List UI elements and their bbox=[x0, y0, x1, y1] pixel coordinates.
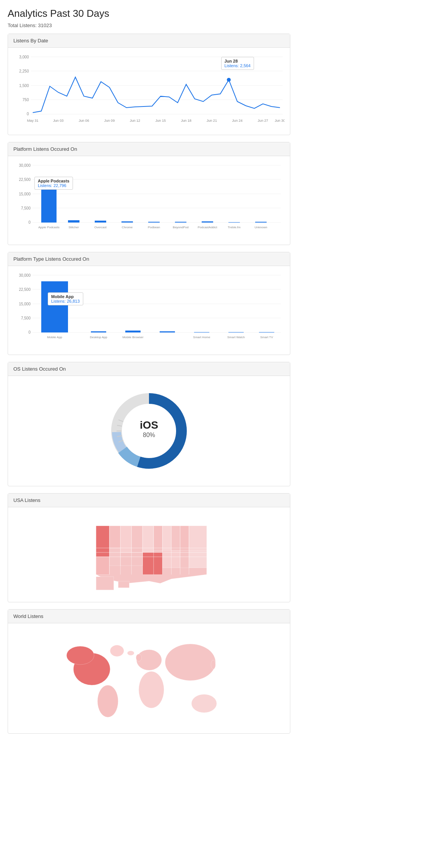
svg-point-98 bbox=[66, 646, 94, 665]
world-map bbox=[13, 629, 285, 728]
bar-smart-home bbox=[194, 332, 209, 332]
platform-listens-card: Platform Listens Occured On 30,000 22,50… bbox=[8, 142, 290, 245]
bar-desktop-app bbox=[91, 331, 106, 332]
svg-rect-70 bbox=[120, 526, 131, 552]
svg-point-104 bbox=[191, 694, 217, 713]
line-chart-container: 3,000 2,250 1,500 750 0 May 31 Jun 03 Ju… bbox=[13, 53, 285, 129]
bar-mobile-browser bbox=[125, 331, 141, 332]
svg-text:BeyondPod: BeyondPod bbox=[173, 226, 188, 229]
donut-center-label: iOS bbox=[140, 419, 158, 431]
world-listens-body bbox=[8, 623, 290, 733]
svg-rect-82 bbox=[189, 550, 206, 568]
svg-text:Mobile Browser: Mobile Browser bbox=[122, 336, 143, 339]
listens-by-date-body: 3,000 2,250 1,500 750 0 May 31 Jun 03 Ju… bbox=[8, 48, 290, 135]
bar-mobile-app bbox=[41, 281, 68, 332]
platform-type-card: Platform Type Listens Occured On 30,000 … bbox=[8, 252, 290, 355]
svg-text:Stitcher: Stitcher bbox=[68, 226, 79, 229]
svg-text:Desktop App: Desktop App bbox=[90, 336, 107, 339]
donut-chart-wrap: iOS 80% bbox=[13, 381, 285, 481]
bar-podbean bbox=[148, 222, 160, 223]
svg-text:Smart Home: Smart Home bbox=[193, 336, 210, 339]
svg-text:Jun 03: Jun 03 bbox=[53, 119, 63, 123]
os-listens-card: OS Listens Occured On iOS 80% bbox=[8, 362, 290, 486]
line-chart-svg: 3,000 2,250 1,500 750 0 May 31 Jun 03 Ju… bbox=[13, 53, 285, 129]
usa-listens-body bbox=[8, 507, 290, 602]
bar-unknown bbox=[255, 222, 267, 223]
svg-text:750: 750 bbox=[23, 98, 29, 102]
listens-by-date-card: Listens By Date 3,000 2,250 1,500 750 0 bbox=[8, 34, 290, 135]
platform-type-body: 30,000 22,500 15,000 7,500 0 Mobile App … bbox=[8, 266, 290, 355]
svg-text:1,500: 1,500 bbox=[19, 84, 29, 88]
svg-rect-95 bbox=[96, 577, 113, 590]
svg-text:Overcast: Overcast bbox=[94, 226, 107, 229]
bar-stitcher bbox=[68, 220, 79, 223]
usa-map-svg bbox=[27, 513, 271, 597]
svg-text:7,500: 7,500 bbox=[21, 316, 31, 320]
svg-text:Jun 30: Jun 30 bbox=[275, 119, 285, 123]
svg-rect-77 bbox=[180, 526, 189, 550]
os-listens-body: iOS 80% bbox=[8, 376, 290, 486]
bar-apple-podcasts bbox=[41, 179, 57, 223]
svg-text:22,500: 22,500 bbox=[19, 287, 31, 292]
svg-text:Smart Watch: Smart Watch bbox=[227, 336, 245, 339]
os-listens-header: OS Listens Occured On bbox=[8, 362, 290, 376]
svg-text:30,000: 30,000 bbox=[19, 163, 31, 168]
svg-rect-71 bbox=[131, 526, 142, 552]
svg-text:Chrome: Chrome bbox=[122, 226, 133, 229]
svg-rect-72 bbox=[142, 526, 154, 552]
svg-text:Jun 18: Jun 18 bbox=[181, 119, 191, 123]
svg-rect-78 bbox=[189, 526, 206, 550]
svg-point-106 bbox=[136, 654, 141, 661]
svg-rect-73 bbox=[154, 526, 162, 550]
svg-text:Unknown: Unknown bbox=[254, 226, 267, 229]
bar-overcast bbox=[95, 221, 106, 223]
svg-text:Mobile App: Mobile App bbox=[47, 336, 62, 339]
bar-smart-tv bbox=[259, 332, 274, 332]
svg-text:0: 0 bbox=[28, 220, 31, 224]
bar-treblefm bbox=[228, 222, 240, 223]
bar-blank bbox=[160, 331, 175, 332]
svg-rect-66 bbox=[96, 526, 109, 557]
svg-point-103 bbox=[165, 644, 215, 681]
svg-rect-68 bbox=[109, 526, 120, 548]
svg-text:Jun 06: Jun 06 bbox=[79, 119, 89, 123]
svg-rect-74 bbox=[162, 526, 171, 550]
usa-listens-card: USA Listens bbox=[8, 493, 290, 602]
bar-beyondpod bbox=[175, 222, 186, 223]
platform-listens-body: 30,000 22,500 15,000 7,500 0 Apple Podca… bbox=[8, 156, 290, 245]
bar-podcastaddict bbox=[202, 221, 213, 223]
svg-rect-75 bbox=[171, 526, 180, 550]
usa-map bbox=[13, 513, 285, 597]
platform-listens-header: Platform Listens Occured On bbox=[8, 142, 290, 156]
platform-type-header: Platform Type Listens Occured On bbox=[8, 252, 290, 266]
bar-chrome bbox=[121, 221, 133, 223]
svg-point-60 bbox=[122, 404, 176, 458]
donut-chart: iOS 80% bbox=[107, 389, 191, 473]
donut-center-pct: 80% bbox=[143, 432, 155, 438]
svg-text:Podbean: Podbean bbox=[148, 226, 160, 229]
total-listens: Total Listens: 31023 bbox=[8, 23, 290, 28]
svg-rect-96 bbox=[118, 581, 129, 587]
page-title: Analytics Past 30 Days bbox=[8, 8, 290, 19]
usa-listens-header: USA Listens bbox=[8, 494, 290, 507]
svg-text:0: 0 bbox=[28, 330, 31, 334]
svg-text:3,000: 3,000 bbox=[19, 55, 29, 59]
svg-text:Apple Podcasts: Apple Podcasts bbox=[38, 226, 60, 229]
svg-text:15,000: 15,000 bbox=[19, 302, 31, 306]
svg-text:Smart TV: Smart TV bbox=[260, 336, 273, 339]
listens-by-date-header: Listens By Date bbox=[8, 34, 290, 48]
svg-text:May 31: May 31 bbox=[27, 119, 39, 123]
svg-text:Jun 15: Jun 15 bbox=[155, 119, 166, 123]
world-listens-header: World Listens bbox=[8, 610, 290, 623]
svg-text:7,500: 7,500 bbox=[21, 206, 31, 210]
svg-text:Jun 21: Jun 21 bbox=[207, 119, 217, 123]
svg-text:Jun 09: Jun 09 bbox=[104, 119, 115, 123]
highlighted-point bbox=[227, 78, 231, 82]
svg-point-99 bbox=[110, 645, 124, 657]
svg-text:22,500: 22,500 bbox=[19, 177, 31, 182]
bar-smart-watch bbox=[228, 332, 244, 332]
svg-text:15,000: 15,000 bbox=[19, 192, 31, 196]
svg-text:Treble.fm: Treble.fm bbox=[228, 226, 241, 229]
svg-text:30,000: 30,000 bbox=[19, 273, 31, 278]
svg-text:0: 0 bbox=[27, 112, 29, 116]
